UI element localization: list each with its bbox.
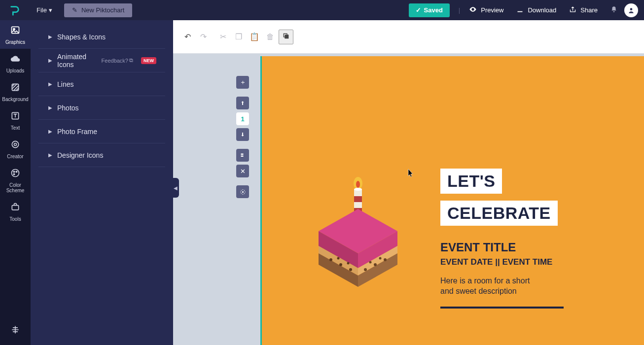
share-icon bbox=[569, 6, 576, 15]
toolbox-icon bbox=[10, 202, 20, 214]
svg-point-19 bbox=[356, 181, 360, 188]
headline-1[interactable]: LET'S bbox=[440, 169, 502, 194]
panel-item-designer-icons[interactable]: ▶ Designer Icons bbox=[38, 143, 165, 167]
graphics-panel: ▶ Shapes & Icons ▶ Animated Icons Feedba… bbox=[31, 20, 173, 345]
rail-item-background[interactable]: Background bbox=[0, 77, 31, 106]
headline-2[interactable]: CELEBRATE bbox=[440, 201, 558, 226]
rail-item-tools[interactable]: Tools bbox=[0, 197, 31, 226]
download-button[interactable]: Download bbox=[516, 6, 556, 15]
event-title[interactable]: EVENT TITLE bbox=[440, 241, 564, 254]
saved-label: Saved bbox=[424, 6, 443, 14]
new-button-label: New Piktochart bbox=[81, 6, 124, 14]
delete-block-button[interactable]: ✕ bbox=[236, 165, 249, 177]
canvas-page[interactable]: LET'S CELEBRATE EVENT TITLE EVENT DATE |… bbox=[260, 56, 644, 345]
caret-right-icon: ▶ bbox=[48, 58, 52, 63]
block-settings-button[interactable] bbox=[236, 185, 249, 198]
chevron-down-icon: ▾ bbox=[49, 6, 52, 14]
svg-rect-21 bbox=[354, 196, 362, 202]
svg-point-1 bbox=[630, 8, 633, 10]
cake-illustration[interactable] bbox=[311, 174, 410, 288]
user-avatar[interactable] bbox=[624, 3, 638, 17]
clipboard-icon: 📋 bbox=[250, 32, 259, 41]
cloud-upload-icon bbox=[10, 54, 20, 66]
svg-point-33 bbox=[339, 263, 342, 266]
pencil-icon: ✎ bbox=[72, 6, 77, 14]
texture-icon bbox=[10, 82, 20, 95]
svg-point-10 bbox=[16, 171, 17, 172]
underline-bar[interactable] bbox=[440, 307, 564, 309]
copy-icon: ❐ bbox=[235, 32, 242, 41]
panel-item-photo-frame[interactable]: ▶ Photo Frame bbox=[38, 120, 165, 143]
canvas-toolbar: ↶ ↷ ✂ ❐ 📋 🗑 bbox=[173, 20, 644, 54]
rail-item-graphics[interactable]: Graphics bbox=[0, 20, 31, 49]
rail-item-color-scheme[interactable]: Color Scheme bbox=[0, 163, 31, 197]
file-menu[interactable]: File ▾ bbox=[30, 6, 59, 14]
notifications-icon[interactable] bbox=[610, 6, 617, 14]
trash-icon: 🗑 bbox=[266, 33, 274, 41]
canvas-stage[interactable]: ＋ 1 ✕ bbox=[173, 54, 644, 345]
event-description[interactable]: Here is a room for a short and sweet des… bbox=[440, 276, 534, 297]
arrange-button[interactable] bbox=[279, 30, 293, 44]
delete-button[interactable]: 🗑 bbox=[263, 30, 278, 44]
add-block-button[interactable]: ＋ bbox=[236, 76, 249, 89]
svg-rect-16 bbox=[241, 156, 244, 157]
saved-status[interactable]: ✓ Saved bbox=[409, 3, 450, 17]
move-up-button[interactable] bbox=[236, 97, 249, 109]
svg-point-3 bbox=[13, 29, 15, 30]
svg-point-37 bbox=[364, 268, 367, 271]
left-nav-rail: Graphics Uploads Background Text Creator bbox=[0, 20, 31, 345]
file-menu-label: File bbox=[36, 6, 47, 14]
svg-point-9 bbox=[13, 171, 15, 172]
rail-item-creator[interactable]: Creator bbox=[0, 135, 31, 163]
arrange-icon bbox=[282, 32, 290, 42]
svg-point-7 bbox=[14, 143, 17, 146]
caret-right-icon: ▶ bbox=[48, 105, 52, 110]
rail-label: Uploads bbox=[6, 68, 25, 73]
cut-button[interactable]: ✂ bbox=[215, 30, 230, 44]
panel-item-label: Photos bbox=[57, 104, 79, 112]
panel-item-animated-icons[interactable]: ▶ Animated Icons Feedback? ⧉ NEW bbox=[38, 49, 165, 72]
duplicate-block-button[interactable] bbox=[236, 149, 249, 162]
preview-label: Preview bbox=[481, 6, 503, 14]
share-label: Share bbox=[580, 6, 598, 14]
caret-right-icon: ▶ bbox=[48, 81, 52, 87]
panel-item-photos[interactable]: ▶ Photos bbox=[38, 96, 165, 120]
panel-item-label: Designer Icons bbox=[57, 151, 103, 159]
caret-right-icon: ▶ bbox=[48, 152, 52, 158]
palette-icon bbox=[10, 168, 20, 180]
rail-label: Tools bbox=[9, 216, 21, 222]
rail-item-uploads[interactable]: Uploads bbox=[0, 49, 31, 77]
new-badge: NEW bbox=[141, 57, 156, 64]
rail-label: Graphics bbox=[5, 39, 25, 45]
feedback-link[interactable]: Feedback? ⧉ bbox=[102, 57, 133, 64]
rail-item-align[interactable] bbox=[0, 320, 31, 345]
redo-button[interactable]: ↷ bbox=[196, 30, 211, 44]
panel-item-shapes-icons[interactable]: ▶ Shapes & Icons bbox=[38, 25, 165, 49]
svg-point-41 bbox=[379, 257, 382, 260]
image-icon bbox=[10, 25, 20, 37]
event-meta[interactable]: EVENT DATE || EVENT TIME bbox=[440, 257, 564, 267]
paste-button[interactable]: 📋 bbox=[247, 30, 262, 44]
svg-rect-14 bbox=[285, 35, 288, 38]
svg-point-11 bbox=[13, 173, 15, 175]
download-icon bbox=[516, 6, 524, 15]
svg-point-36 bbox=[347, 262, 350, 265]
rail-label: Background bbox=[2, 97, 28, 102]
canvas-text-block[interactable]: LET'S CELEBRATE EVENT TITLE EVENT DATE |… bbox=[440, 169, 564, 309]
rail-item-text[interactable]: Text bbox=[0, 106, 31, 135]
external-link-icon: ⧉ bbox=[129, 57, 133, 64]
text-icon bbox=[10, 111, 20, 123]
panel-item-label: Lines bbox=[57, 80, 73, 88]
copy-button[interactable]: ❐ bbox=[231, 30, 246, 44]
svg-point-35 bbox=[337, 257, 340, 260]
undo-button[interactable]: ↶ bbox=[180, 30, 195, 44]
preview-button[interactable]: Preview bbox=[469, 5, 503, 15]
move-down-button[interactable] bbox=[236, 128, 249, 141]
new-piktochart-button[interactable]: ✎ New Piktochart bbox=[64, 3, 132, 17]
share-button[interactable]: Share bbox=[569, 6, 598, 15]
svg-point-8 bbox=[12, 170, 19, 177]
panel-item-lines[interactable]: ▶ Lines bbox=[38, 72, 165, 96]
svg-point-38 bbox=[374, 263, 377, 266]
panel-item-label: Photo Frame bbox=[57, 128, 97, 136]
page-number-indicator[interactable]: 1 bbox=[236, 112, 249, 125]
